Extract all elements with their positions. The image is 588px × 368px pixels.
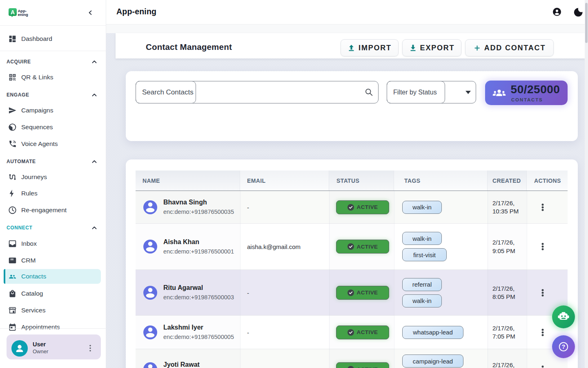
svg-text:?: ? <box>562 343 566 350</box>
svg-text:A: A <box>11 9 15 16</box>
